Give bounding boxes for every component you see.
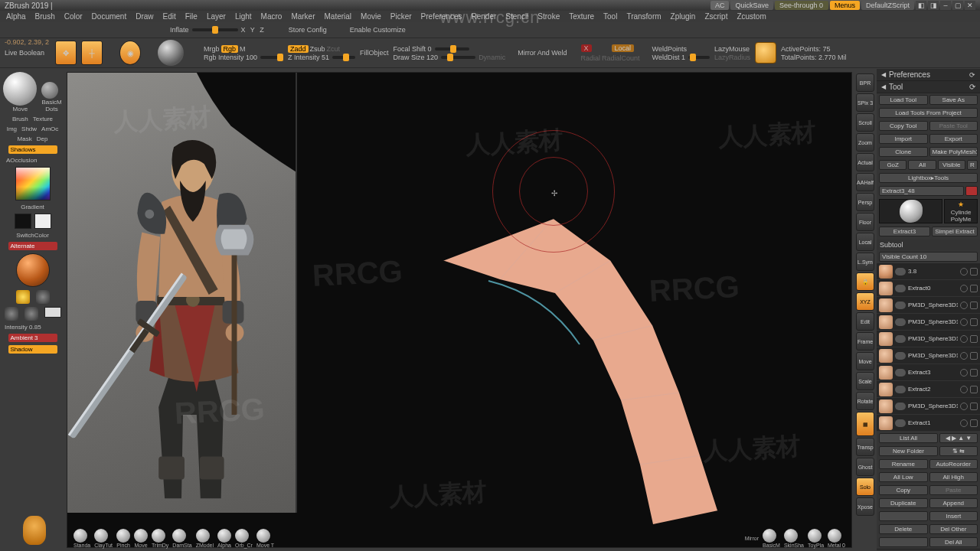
tool-name-field[interactable]: Extract3_48 bbox=[879, 186, 964, 196]
lock-button[interactable]: 🔒 bbox=[856, 272, 874, 291]
menu-preferences[interactable]: Preferences bbox=[421, 12, 462, 21]
duplicate-button[interactable]: Duplicate bbox=[879, 498, 928, 508]
owl-icon[interactable] bbox=[23, 516, 46, 545]
subtool-pill[interactable] bbox=[895, 369, 906, 377]
sym-x-button[interactable]: X bbox=[581, 44, 592, 52]
shadows-toggle[interactable]: Shadows bbox=[8, 145, 57, 154]
m-button[interactable]: M bbox=[240, 45, 246, 53]
quicksave-button[interactable]: QuickSave bbox=[730, 1, 773, 10]
focal-shift-slider[interactable]: Focal Shift 0 bbox=[394, 45, 506, 53]
del-other-button[interactable]: Del Other bbox=[929, 524, 978, 534]
eye-icon[interactable] bbox=[960, 419, 968, 427]
menu-edit[interactable]: Edit bbox=[163, 12, 176, 21]
floor-button[interactable]: Floor bbox=[856, 213, 874, 231]
prefs-header[interactable]: Preferences bbox=[889, 70, 930, 79]
polypaint-icon[interactable] bbox=[970, 419, 978, 427]
rgb-intensity-slider[interactable]: Rgb Intensity 100 bbox=[204, 54, 283, 61]
rename-button[interactable]: Rename bbox=[879, 459, 928, 469]
brush-ball-icon[interactable] bbox=[152, 529, 165, 543]
all-low-button[interactable]: All Low bbox=[879, 472, 928, 482]
tool-thumb-large[interactable] bbox=[879, 199, 942, 223]
all-high-button[interactable]: All High bbox=[929, 472, 978, 482]
material-preview[interactable] bbox=[16, 253, 50, 287]
subtool-pill[interactable] bbox=[895, 419, 906, 427]
polypaint-icon[interactable] bbox=[970, 318, 978, 326]
z-intensity-slider[interactable]: Z Intensity 51 bbox=[288, 54, 355, 61]
tool-clear-button[interactable] bbox=[965, 186, 978, 196]
stroke-preview[interactable] bbox=[41, 82, 58, 99]
light1-icon[interactable] bbox=[16, 290, 30, 304]
menu-movie[interactable]: Movie bbox=[361, 12, 381, 21]
folder-arrows[interactable]: ⇅ ⇆ bbox=[939, 446, 978, 456]
subtool-row[interactable]: PM3D_Sphere3D1_1 bbox=[877, 314, 980, 331]
subtool-pill[interactable] bbox=[895, 302, 906, 309]
menu-picker[interactable]: Picker bbox=[390, 12, 412, 21]
zadd-button[interactable]: Zadd bbox=[288, 45, 309, 53]
sym-local-button[interactable]: Local bbox=[612, 44, 635, 52]
paste-button[interactable]: Paste bbox=[929, 485, 978, 495]
light3-icon[interactable] bbox=[5, 307, 18, 321]
brush-ball-icon[interactable] bbox=[116, 529, 130, 543]
gradient-toggle[interactable]: Gradient bbox=[21, 204, 44, 210]
lightbox-tools-button[interactable]: Lightbox▸Tools bbox=[879, 173, 978, 183]
del-all-button[interactable]: Del All bbox=[929, 537, 978, 547]
light2-icon[interactable] bbox=[36, 290, 50, 304]
scroll-button[interactable]: Scroll bbox=[856, 113, 874, 132]
load-tool-button[interactable]: Load Tool bbox=[879, 95, 928, 105]
dock2-icon[interactable]: ◨ bbox=[928, 1, 939, 10]
reorder-arrows[interactable]: ◀ ▶ ▲ ▼ bbox=[939, 433, 978, 443]
menu-alpha[interactable]: Alpha bbox=[6, 12, 26, 21]
polypaint-icon[interactable] bbox=[970, 285, 978, 292]
actual-button[interactable]: Actual bbox=[856, 153, 874, 171]
menu-zplugin[interactable]: Zplugin bbox=[671, 12, 696, 21]
goz-visible-button[interactable]: Visible bbox=[938, 160, 965, 170]
eye-icon[interactable] bbox=[960, 285, 968, 292]
subtool-row[interactable]: 3.8 bbox=[877, 263, 980, 280]
menu-layer[interactable]: Layer bbox=[207, 12, 226, 21]
zcut-button[interactable]: Zcut bbox=[327, 45, 341, 53]
close-icon[interactable]: ✕ bbox=[965, 1, 975, 10]
menu-document[interactable]: Document bbox=[92, 12, 127, 21]
autoreorder-button[interactable]: AutoReorder bbox=[929, 459, 978, 469]
mrgb-button[interactable]: Mrgb bbox=[204, 45, 220, 53]
dock-icon[interactable]: ◧ bbox=[916, 1, 926, 10]
menu-transform[interactable]: Transform bbox=[626, 12, 661, 21]
enable-customize-button[interactable]: Enable Customize bbox=[350, 26, 406, 34]
subtool-header[interactable]: Subtool bbox=[877, 240, 980, 250]
subtool-row[interactable]: PM3D_Sphere3D1_5 bbox=[877, 398, 980, 415]
primary-color-swatch[interactable] bbox=[34, 214, 51, 229]
material-ball-icon[interactable] bbox=[763, 529, 776, 543]
img-button[interactable]: Img bbox=[7, 126, 17, 132]
sculptris-button[interactable]: ◉ bbox=[119, 41, 141, 65]
polypaint-icon[interactable] bbox=[970, 268, 978, 276]
radial-button[interactable]: Radial bbox=[581, 54, 601, 62]
lsym-button[interactable]: L.Sym bbox=[856, 253, 874, 271]
subtool-row[interactable]: PM3D_Sphere3D1_4 bbox=[877, 347, 980, 364]
zoom-button[interactable]: Zoom bbox=[856, 133, 874, 152]
brush-ball-icon[interactable] bbox=[94, 529, 108, 543]
bpr-button[interactable]: BPR bbox=[856, 73, 874, 92]
polyframe-button[interactable] bbox=[755, 42, 776, 64]
load-project-button[interactable]: Load Tools From Project bbox=[879, 108, 978, 118]
menus-button[interactable]: Menus bbox=[830, 1, 860, 10]
append-button[interactable]: Append bbox=[929, 498, 978, 508]
eye-icon[interactable] bbox=[960, 369, 968, 377]
subtool-row[interactable]: Extract3 bbox=[877, 364, 980, 381]
brush-ball-icon[interactable] bbox=[217, 529, 231, 543]
xpose-button[interactable]: Xpose bbox=[856, 497, 874, 516]
material-ball-icon[interactable] bbox=[784, 529, 798, 543]
make-polymesh-button[interactable]: Make PolyMesh3D bbox=[929, 147, 978, 157]
aahalf-button[interactable]: AAHalf bbox=[856, 173, 874, 191]
subtool-row[interactable]: Extract1 bbox=[877, 415, 980, 432]
brush-ball-icon[interactable] bbox=[134, 529, 148, 543]
menu-zscript[interactable]: Zscript bbox=[704, 12, 727, 21]
brush-ball-icon[interactable] bbox=[235, 529, 249, 543]
brush-ball-icon[interactable] bbox=[172, 529, 186, 543]
minimize-icon[interactable]: – bbox=[940, 1, 951, 10]
secondary-color-swatch[interactable] bbox=[15, 214, 31, 229]
switch-color-button[interactable]: SwitchColor bbox=[16, 232, 49, 239]
subtool-row[interactable]: Extract0 bbox=[877, 280, 980, 297]
menu-zcustom[interactable]: Zcustom bbox=[737, 12, 766, 21]
dynamesh-preview[interactable] bbox=[158, 40, 184, 66]
subtool-pill[interactable] bbox=[895, 403, 906, 410]
